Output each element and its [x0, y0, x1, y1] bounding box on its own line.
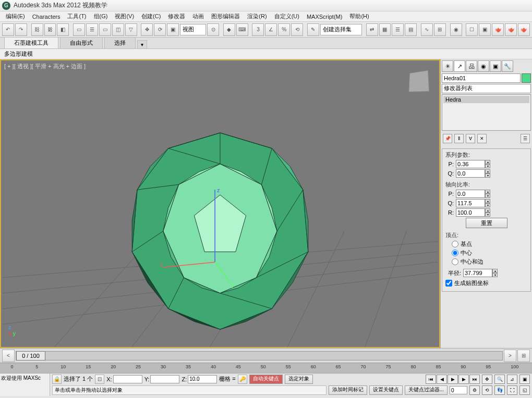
play-icon[interactable]: ▶ [448, 375, 458, 384]
menu-tools[interactable]: 工具(T) [64, 11, 90, 21]
window-crossing-icon[interactable]: ◫ [112, 23, 124, 36]
rotate-icon[interactable]: ⟳ [154, 23, 166, 36]
q-spinner[interactable]: ▴▾ [456, 169, 490, 178]
modifier-list-combo[interactable]: 修改器列表 [442, 84, 531, 93]
axis-r-spinner[interactable]: ▴▾ [456, 208, 490, 217]
object-color-swatch[interactable] [522, 73, 531, 83]
ribbon-icon[interactable]: ▤ [405, 23, 417, 36]
ref-coord-combo[interactable]: 视图 [180, 24, 206, 35]
select-name-icon[interactable]: ☰ [86, 23, 98, 36]
scale-icon[interactable]: ▣ [167, 23, 179, 36]
menu-graph-editors[interactable]: 图形编辑器 [208, 11, 244, 21]
add-time-tag-button[interactable]: 添加时间标记 [329, 385, 367, 395]
mirror-icon[interactable]: ⇄ [366, 23, 378, 36]
nav-orbit-icon[interactable]: ⟲ [482, 385, 492, 395]
nav-pan-icon[interactable]: ✥ [482, 375, 492, 384]
track-bar[interactable]: 0 5 10 15 20 25 30 35 40 45 50 55 60 65 … [0, 363, 532, 373]
menu-group[interactable]: 组(G) [90, 11, 112, 21]
named-selection-combo[interactable]: 创建选择集 [320, 24, 362, 35]
app-icon[interactable]: G [2, 2, 10, 10]
layers-icon[interactable]: ☰ [392, 23, 404, 36]
manipulate-icon[interactable]: ◆ [223, 23, 235, 36]
select-region-icon[interactable]: ▭ [99, 23, 111, 36]
remove-modifier-icon[interactable]: ✕ [477, 134, 487, 143]
viewcube[interactable] [408, 70, 429, 92]
selected-obj-combo[interactable]: 选定对象 [285, 375, 313, 384]
create-tab-icon[interactable]: ✳ [442, 60, 453, 72]
nav-min-icon[interactable]: ◱ [519, 385, 530, 395]
show-end-result-icon[interactable]: Ⅱ [454, 134, 464, 143]
select-icon[interactable]: ▭ [73, 23, 85, 36]
material-icon[interactable]: ◉ [450, 23, 462, 36]
p-spinner[interactable]: ▴▾ [456, 160, 490, 168]
radio-center-edge[interactable] [452, 258, 458, 265]
snap-icon[interactable]: 3 [252, 23, 264, 36]
hierarchy-tab-icon[interactable]: 品 [466, 60, 477, 72]
tab-freeform[interactable]: 自由形式 [60, 37, 103, 48]
menu-characters[interactable]: Characters [29, 13, 64, 21]
goto-end-icon[interactable]: ⏭ [469, 375, 480, 384]
timeline-config-icon[interactable]: ⊞ [517, 350, 530, 362]
gen-map-checkbox[interactable] [445, 280, 452, 287]
make-unique-icon[interactable]: ∀ [466, 134, 475, 143]
tab-expand[interactable]: ▾ [137, 40, 147, 48]
axis-q-spinner[interactable]: ▴▾ [456, 199, 490, 207]
undo-icon[interactable]: ↶ [2, 23, 14, 36]
schematic-icon[interactable]: ⊞ [434, 23, 446, 36]
maxscript-listener[interactable]: 欢迎使用 MAXSc [0, 374, 50, 396]
spinner-snap-icon[interactable]: ⟲ [291, 23, 303, 36]
render-last-icon[interactable]: 🫖 [505, 23, 517, 36]
menu-maxscript[interactable]: MAXScript(M) [303, 13, 346, 21]
lock-selection-icon[interactable]: 🔒 [52, 375, 62, 384]
set-key-button[interactable]: 设置关键点 [369, 385, 403, 395]
named-sel-edit-icon[interactable]: ✎ [307, 23, 319, 36]
nav-maximize-icon[interactable]: ⛶ [507, 385, 517, 395]
filter-icon[interactable]: ▽ [125, 23, 137, 36]
radio-center[interactable] [452, 250, 458, 256]
radio-base[interactable] [452, 241, 458, 247]
angle-snap-icon[interactable]: ∠ [265, 23, 277, 36]
x-coord-input[interactable] [113, 375, 142, 383]
menu-render[interactable]: 渲染(R) [244, 11, 270, 21]
keyboard-icon[interactable]: ⌨ [236, 23, 248, 36]
display-tab-icon[interactable]: ▣ [490, 60, 501, 72]
object-name-input[interactable] [442, 73, 521, 83]
utilities-tab-icon[interactable]: 🔧 [502, 60, 513, 72]
current-frame-input[interactable] [450, 386, 467, 394]
pivot-icon[interactable]: ⊙ [207, 23, 219, 36]
polygon-modeling-label[interactable]: 多边形建模 [4, 50, 33, 58]
render-setup-icon[interactable]: ☐ [466, 23, 478, 36]
menu-animation[interactable]: 动画 [189, 11, 208, 21]
menu-help[interactable]: 帮助(H) [346, 11, 372, 21]
curve-editor-icon[interactable]: ∿ [421, 23, 433, 36]
time-slider[interactable]: 0 / 100 [16, 351, 503, 360]
modifier-stack[interactable]: Hedra [442, 94, 531, 131]
render-frame-icon[interactable]: ▣ [479, 23, 491, 36]
tab-selection[interactable]: 选择 [104, 37, 136, 48]
render-icon[interactable]: 🫖 [492, 23, 504, 36]
redo-icon[interactable]: ↷ [15, 23, 27, 36]
time-slider-thumb[interactable]: 0 / 100 [16, 351, 45, 360]
timeline-next-icon[interactable]: > [504, 350, 516, 362]
percent-snap-icon[interactable]: % [278, 23, 290, 36]
viewport-perspective[interactable]: [ + ][ 透视 ][ 平滑 + 高光 + 边面 ] [0, 59, 440, 348]
radius-spinner[interactable]: ▴▾ [463, 269, 498, 277]
modifier-stack-item[interactable]: Hedra [443, 96, 529, 103]
key-mode-icon[interactable]: 🔑 [238, 375, 247, 384]
prev-frame-icon[interactable]: ◀ [437, 375, 447, 384]
axis-p-spinner[interactable]: ▴▾ [456, 190, 490, 198]
isolate-icon[interactable]: ⊡ [95, 375, 104, 384]
menu-customize[interactable]: 自定义(U) [271, 11, 303, 21]
tab-graphite[interactable]: 石墨建模工具 [4, 37, 58, 48]
modify-tab-icon[interactable]: ↗ [454, 60, 465, 72]
move-icon[interactable]: ✥ [141, 23, 153, 36]
pin-stack-icon[interactable]: 📌 [443, 134, 452, 143]
align-icon[interactable]: ▦ [379, 23, 391, 36]
reset-button[interactable]: 重置 [466, 218, 507, 228]
timeline-prev-icon[interactable]: < [2, 350, 15, 362]
auto-key-button[interactable]: 自动关键点 [249, 375, 283, 384]
menu-views[interactable]: 视图(V) [111, 11, 138, 21]
unlink-icon[interactable]: ⛓̸ [44, 23, 56, 36]
y-coord-input[interactable] [150, 375, 179, 383]
nav-fov-icon[interactable]: ⊿ [507, 375, 517, 384]
